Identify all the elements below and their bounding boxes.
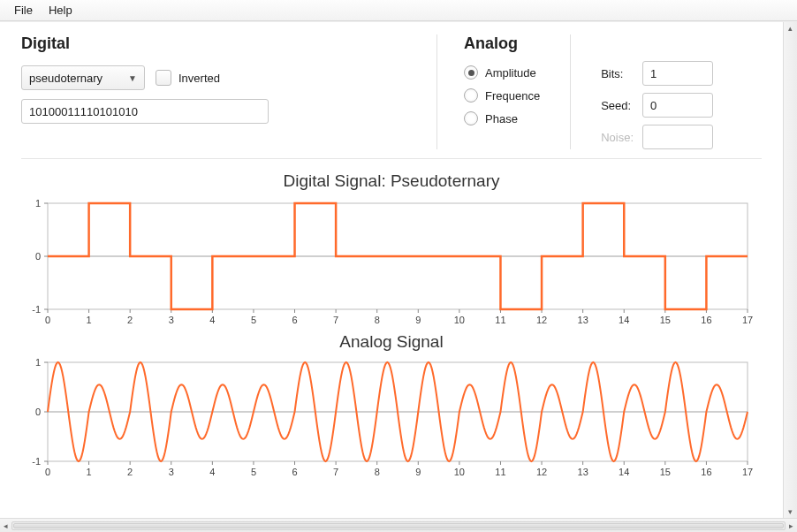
digital-title: Digital (21, 34, 410, 53)
svg-text:1: 1 (35, 198, 41, 209)
digital-chart-block: Digital Signal: Pseudoternary 0123456789… (21, 171, 762, 320)
svg-text:12: 12 (536, 315, 547, 325)
svg-text:11: 11 (495, 467, 505, 477)
svg-text:0: 0 (35, 251, 41, 262)
svg-text:10: 10 (454, 315, 465, 325)
svg-text:8: 8 (375, 315, 380, 325)
digital-chart-title: Digital Signal: Pseudoternary (21, 171, 762, 191)
seed-input[interactable]: 0 (642, 93, 713, 118)
svg-text:16: 16 (701, 467, 711, 477)
svg-text:2: 2 (127, 315, 133, 325)
svg-text:3: 3 (169, 467, 174, 477)
svg-text:12: 12 (536, 467, 547, 477)
svg-text:13: 13 (578, 467, 588, 477)
svg-text:8: 8 (375, 467, 380, 477)
radio-dot-icon (464, 111, 478, 125)
digital-chart: 01234567891011121314151617-101 (21, 196, 762, 320)
bitstring-input[interactable]: 10100011110101010 (21, 99, 269, 124)
analog-divider (570, 34, 571, 149)
panel-divider (436, 34, 437, 149)
scroll-down-icon: ▾ (788, 507, 793, 516)
vertical-scrollbar[interactable]: ▴ ▾ (783, 22, 797, 518)
horizontal-scrollbar[interactable]: ◂ ▸ (0, 518, 797, 532)
chevron-down-icon: ▼ (128, 73, 137, 83)
radio-dot-icon (464, 88, 478, 103)
svg-text:11: 11 (495, 315, 505, 325)
hscroll-thumb[interactable] (13, 523, 784, 528)
radio-frequence-label: Frequence (485, 89, 540, 103)
svg-text:15: 15 (660, 315, 671, 325)
svg-text:6: 6 (292, 467, 297, 477)
svg-text:-1: -1 (32, 456, 41, 467)
svg-text:15: 15 (660, 467, 671, 477)
digital-panel: Digital pseudoternary ▼ Inverted 1010001… (21, 34, 410, 149)
radio-phase[interactable]: Phase (464, 111, 540, 125)
menubar: File Help (0, 0, 797, 21)
svg-text:0: 0 (35, 407, 41, 417)
inverted-label: Inverted (178, 72, 220, 85)
svg-text:7: 7 (333, 467, 338, 477)
hscroll-track[interactable] (11, 521, 786, 530)
svg-text:14: 14 (619, 315, 629, 325)
analog-chart-title: Analog Signal (21, 332, 762, 352)
radio-amplitude-label: Amplitude (485, 66, 536, 80)
noise-label: Noise: (601, 131, 634, 144)
menu-help[interactable]: Help (49, 4, 72, 17)
svg-text:7: 7 (333, 315, 338, 325)
radio-frequence[interactable]: Frequence (464, 88, 540, 103)
content: Digital pseudoternary ▼ Inverted 1010001… (0, 21, 797, 518)
radio-phase-label: Phase (485, 112, 518, 125)
scroll-right-icon: ▸ (789, 521, 793, 530)
analog-title: Analog (464, 34, 540, 53)
svg-text:-1: -1 (32, 304, 41, 315)
svg-text:0: 0 (45, 467, 50, 477)
scroll-up-icon: ▴ (788, 24, 793, 33)
svg-text:5: 5 (251, 315, 256, 325)
svg-text:9: 9 (415, 467, 421, 477)
seed-value: 0 (650, 99, 657, 112)
svg-text:14: 14 (619, 467, 629, 477)
radio-dot-icon (464, 65, 478, 80)
svg-text:4: 4 (209, 315, 215, 325)
svg-text:10: 10 (454, 467, 465, 477)
svg-text:16: 16 (701, 315, 711, 325)
svg-text:0: 0 (45, 315, 50, 325)
radio-amplitude[interactable]: Amplitude (464, 65, 540, 80)
analog-chart-block: Analog Signal 01234567891011121314151617… (21, 332, 762, 481)
seed-label: Seed: (601, 99, 634, 112)
svg-text:13: 13 (578, 315, 588, 325)
svg-text:17: 17 (742, 467, 753, 477)
svg-text:6: 6 (292, 315, 297, 325)
bitstring-value: 10100011110101010 (29, 105, 138, 118)
svg-text:3: 3 (169, 315, 174, 325)
encoding-value: pseudoternary (29, 72, 102, 85)
svg-text:5: 5 (251, 467, 256, 477)
svg-text:9: 9 (415, 315, 421, 325)
svg-text:17: 17 (742, 315, 753, 325)
svg-text:1: 1 (87, 467, 92, 477)
main-panel: Digital pseudoternary ▼ Inverted 1010001… (0, 22, 783, 518)
noise-input[interactable] (642, 125, 713, 149)
inverted-checkbox[interactable] (156, 70, 171, 86)
analog-chart: 01234567891011121314151617-101 (21, 357, 762, 481)
svg-text:4: 4 (209, 467, 215, 477)
svg-text:1: 1 (87, 315, 92, 325)
encoding-select[interactable]: pseudoternary ▼ (21, 65, 145, 90)
bits-input[interactable]: 1 (642, 61, 713, 86)
svg-text:2: 2 (127, 467, 133, 477)
menu-file[interactable]: File (14, 4, 33, 17)
scroll-left-icon: ◂ (4, 521, 8, 530)
svg-text:1: 1 (35, 357, 41, 368)
analog-panel: Analog Amplitude Frequence Phase (464, 34, 762, 149)
bits-value: 1 (650, 67, 657, 80)
bits-label: Bits: (601, 67, 634, 80)
